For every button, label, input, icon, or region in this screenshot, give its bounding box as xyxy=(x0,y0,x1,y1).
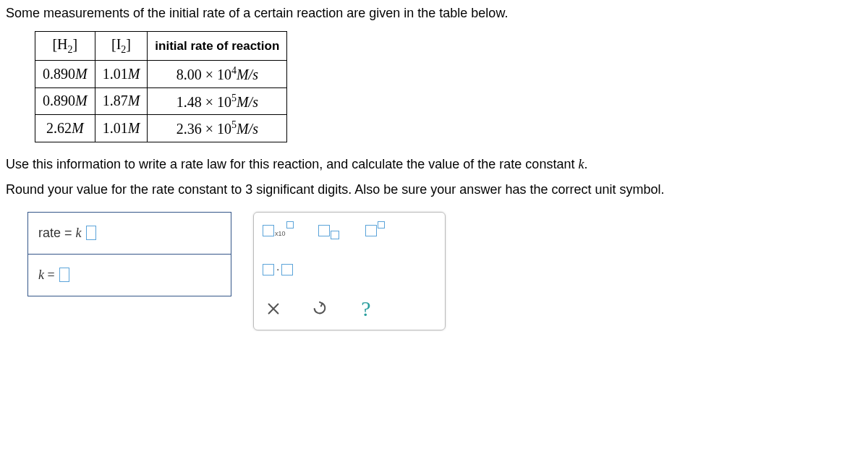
table-row: 0.890M 1.87M 1.48 × 105M/s xyxy=(35,87,287,115)
prompt-line-1: Some measurements of the initial rate of… xyxy=(6,6,862,21)
cell-i2: 1.01M xyxy=(95,115,148,142)
table-header-row: [H2] [I2] initial rate of reaction xyxy=(35,32,287,61)
scientific-notation-button[interactable]: x10 xyxy=(263,220,293,242)
k-input-placeholder[interactable] xyxy=(59,268,69,282)
prompt-line-2: Use this information to write a rate law… xyxy=(6,157,862,172)
prompt-line-3: Round your value for the rate constant t… xyxy=(6,182,862,197)
help-button[interactable]: ? xyxy=(355,298,377,320)
cell-rate: 2.36 × 105M/s xyxy=(148,115,287,142)
cell-h2: 2.62M xyxy=(35,115,95,142)
superscript-button[interactable] xyxy=(364,220,386,242)
table-row: 0.890M 1.01M 8.00 × 104M/s xyxy=(35,61,287,88)
header-i2: [I2] xyxy=(95,32,148,61)
cell-rate: 1.48 × 105M/s xyxy=(148,87,287,115)
multiply-button[interactable]: · xyxy=(263,259,293,281)
answer-box-group: rate = k k = xyxy=(27,212,231,296)
cell-i2: 1.87M xyxy=(95,87,148,115)
data-table: [H2] [I2] initial rate of reaction 0.890… xyxy=(35,31,287,142)
rate-law-input-row[interactable]: rate = k xyxy=(28,213,231,255)
cell-h2: 0.890M xyxy=(35,61,95,88)
cell-h2: 0.890M xyxy=(35,87,95,115)
cell-i2: 1.01M xyxy=(95,61,148,88)
rate-label: rate = k xyxy=(38,226,82,241)
k-input-row[interactable]: k = xyxy=(28,255,231,296)
clear-button[interactable] xyxy=(263,298,284,320)
answer-area: rate = k k = x10 xyxy=(27,212,862,330)
table-row: 2.62M 1.01M 2.36 × 105M/s xyxy=(35,115,287,142)
undo-button[interactable] xyxy=(309,298,331,320)
tool-panel: x10 · ? xyxy=(253,212,446,330)
subscript-button[interactable] xyxy=(318,220,339,242)
cell-rate: 8.00 × 104M/s xyxy=(148,61,287,88)
header-rate: initial rate of reaction xyxy=(148,32,287,61)
k-label: k = xyxy=(38,268,55,283)
rate-input-placeholder[interactable] xyxy=(86,226,96,240)
header-h2: [H2] xyxy=(35,32,95,61)
